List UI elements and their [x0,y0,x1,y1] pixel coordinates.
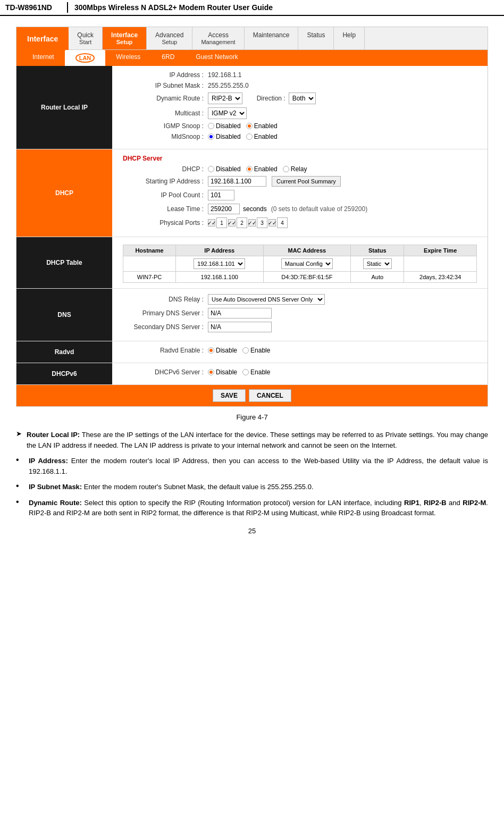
row2-status: Auto [351,272,404,283]
mldsnoop-enabled-option[interactable]: Enabled [246,133,278,140]
row1-mac: Manual Config [263,256,351,272]
row1-hostname [123,256,176,272]
radvd-enable-option[interactable]: Enable [242,347,270,354]
router-local-ip-label: Router Local IP [16,66,112,149]
mldsnoop-enabled-radio[interactable] [246,133,253,140]
ip-pool-count-input[interactable] [208,190,234,200]
radvd-disable-radio[interactable] [208,347,214,354]
radvd-radio-group: Disable Enable [208,347,270,354]
dhcpv6-radio-group: Disable Enable [208,368,270,376]
bullet-marker-1: • [16,455,29,465]
port-3-checkbox[interactable]: ✓ [248,219,256,227]
dhcp-relay-option[interactable]: Relay [283,165,307,173]
dhcp-mode-radio-group: Disabled Enabled Relay [208,165,307,173]
row1-status-select[interactable]: Static [363,258,392,269]
dhcpv6-section-label: DHCPv6 [16,363,112,384]
col-status: Status [351,245,404,256]
port-checkboxes: ✓ 1 ✓ 2 ✓ 3 ✓ 4 [208,217,288,228]
row1-ip-select[interactable]: 192.168.1.101 [194,258,245,269]
brand-label: TD-W8961ND [5,3,52,12]
dhcp-disabled-radio[interactable] [208,166,214,172]
secondary-dns-input[interactable] [208,322,272,332]
dhcp-relay-radio[interactable] [283,166,289,172]
router-local-ip-desc: ➤ Router Local IP: These are the IP sett… [16,430,488,450]
nav-access-management[interactable]: AccessManagement [192,27,244,49]
dhcp-enabled-radio[interactable] [246,166,253,172]
radvd-enable-row: Radvd Enable : Disable Enable [123,347,477,354]
dns-relay-row: DNS Relay : Use Auto Discovered DNS Serv… [123,294,477,305]
nav-quick-start[interactable]: QuickStart [69,27,103,49]
dhcp-mode-row: DHCP : Disabled Enabled Relay [123,165,477,173]
subnet-mask-bold: IP Subnet Mask: [29,483,82,491]
igmp-snoop-radio-group: Disabled Enabled [208,122,278,130]
dhcp-content: DHCP Server DHCP : Disabled Enabled [112,149,488,237]
dhcpv6-content: DHCPv6 Server : Disable Enable [112,363,488,384]
col-mac-address: MAC Address [263,245,351,256]
bullet-marker-3: • [16,497,29,507]
subnav-6rd[interactable]: 6RD [151,50,185,66]
igmp-snoop-row: IGMP Snoop : Disabled Enabled [123,122,477,130]
header-divider [67,2,68,13]
main-content: Interface QuickStart InterfaceSetup Adva… [0,16,504,551]
port-1-checkbox[interactable]: ✓ [208,219,215,227]
starting-ip-input[interactable] [208,176,266,187]
top-nav-bar: Interface QuickStart InterfaceSetup Adva… [16,27,488,50]
multicast-select[interactable]: IGMP v2 [208,107,247,119]
row2-expire: 2days, 23:42:34 [404,272,477,283]
save-button[interactable]: SAVE [213,389,246,402]
dhcp-disabled-option[interactable]: Disabled [208,165,241,173]
lease-time-input[interactable] [208,204,240,214]
dhcpv6-disable-option[interactable]: Disable [208,368,237,376]
multicast-row: Multicast : IGMP v2 [123,107,477,119]
dynamic-route-desc-text: Dynamic Route: Select this option to spe… [29,498,488,518]
radvd-enable-radio[interactable] [242,347,249,354]
primary-dns-input[interactable] [208,308,272,318]
igmp-snoop-enabled-option[interactable]: Enabled [246,122,278,130]
dns-relay-select[interactable]: Use Auto Discovered DNS Server Only [208,294,325,305]
direction-select[interactable]: Both [289,93,316,104]
row1-status: Static [351,256,404,272]
nav-help[interactable]: Help [334,27,365,49]
dynamic-route-select[interactable]: RIP2-B [208,93,242,104]
subnav-internet[interactable]: Internet [22,50,65,66]
nav-advanced-setup[interactable]: AdvancedSetup [147,27,192,49]
router-ui: Interface QuickStart InterfaceSetup Adva… [16,27,488,407]
port-2-checkbox[interactable]: ✓ [228,219,236,227]
igmp-snoop-disabled-radio[interactable] [208,123,214,129]
nav-maintenance[interactable]: Maintenance [245,27,299,49]
dhcpv6-enable-option[interactable]: Enable [242,368,270,376]
igmp-snoop-disabled-option[interactable]: Disabled [208,122,241,130]
port-4-checkbox[interactable]: ✓ [268,219,276,227]
current-pool-summary-button[interactable]: Current Pool Summary [272,176,341,187]
nav-interface-setup[interactable]: InterfaceSetup [103,27,147,49]
arrow-marker: ➤ [16,430,27,438]
radvd-disable-option[interactable]: Disable [208,347,237,354]
description-section: ➤ Router Local IP: These are the IP sett… [16,430,488,518]
dynamic-route-desc: • Dynamic Route: Select this option to s… [16,498,488,518]
subnav-wireless[interactable]: Wireless [105,50,151,66]
row2-ip: 192.168.1.100 [176,272,264,283]
dynamic-route-bold: Dynamic Route: [29,499,82,507]
dynamic-route-row: Dynamic Route : RIP2-B Direction : Both [123,93,477,104]
mldsnoop-disabled-option[interactable]: Disabled [208,133,241,140]
igmp-snoop-enabled-radio[interactable] [246,123,253,129]
radvd-content: Radvd Enable : Disable Enable [112,341,488,363]
mldsnoop-radio-group: Disabled Enabled [208,133,278,140]
cancel-button[interactable]: CANCEL [249,389,291,402]
router-local-ip-content: IP Address : 192.168.1.1 IP Subnet Mask … [112,66,488,149]
port-1-label: 1 [216,217,227,228]
row2-hostname: WIN7-PC [123,272,176,283]
row1-ip: 192.168.1.101 [176,256,264,272]
col-hostname: Hostname [123,245,176,256]
nav-status[interactable]: Status [298,27,334,49]
dhcpv6-disable-radio[interactable] [208,369,214,375]
subnav-guest-network[interactable]: Guest Network [185,50,248,66]
dhcp-enabled-option[interactable]: Enabled [246,165,278,173]
subnav-lan[interactable]: LAN [65,50,106,66]
dhcp-section: DHCP DHCP Server DHCP : Disabled [16,149,488,237]
mldsnoop-disabled-radio[interactable] [208,133,214,140]
interface-label: Interface [16,27,69,50]
row1-mac-select[interactable]: Manual Config [281,258,333,269]
dhcpv6-enable-radio[interactable] [242,369,249,375]
figure-caption: Figure 4-7 [16,413,488,421]
